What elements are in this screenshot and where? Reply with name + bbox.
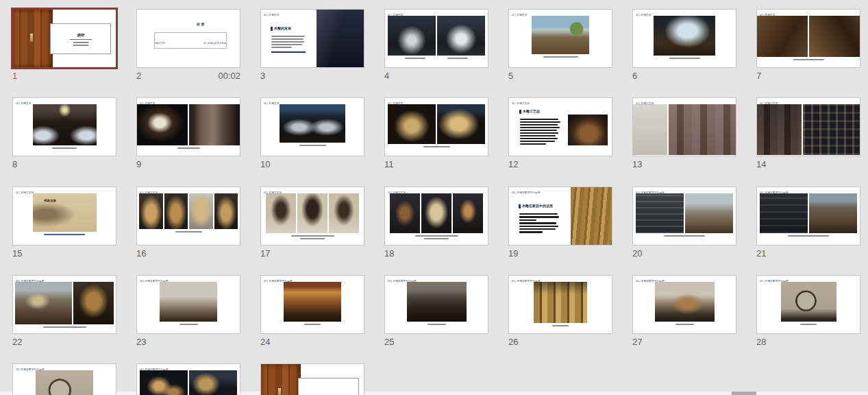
- horizontal-scrollbar[interactable]: [0, 392, 868, 395]
- text-line: [520, 127, 560, 128]
- slide-photo: [189, 193, 213, 229]
- text-line: [519, 231, 543, 232]
- photo-row: [388, 16, 485, 56]
- photo-captions: [509, 56, 612, 58]
- slide-number: 22: [12, 337, 22, 347]
- slide-section-header-text: 01 | 木雕艺术: [760, 13, 776, 16]
- slide-number: 11: [384, 160, 394, 169]
- slide-section-header: 01 | 木雕艺术: [388, 99, 486, 104]
- slide-section-header-text: 03 | 木雕在家居中的运用: [760, 191, 789, 194]
- slide-thumbnail[interactable]: 01 | 木雕艺术: [384, 9, 488, 68]
- slide-thumbnail[interactable]: 02 | 木雕工艺品佛教造像: [12, 187, 116, 246]
- slide-number: 24: [260, 337, 270, 347]
- photo-row: [633, 16, 736, 56]
- caption-line: [291, 235, 334, 237]
- slide-section-header-text: 01 | 木雕艺术: [636, 13, 652, 16]
- slide-thumbnail[interactable]: 01 | 木雕艺术: [632, 9, 736, 68]
- slide-label-row: 7: [756, 71, 860, 81]
- slide-thumbnail[interactable]: 02 | 木雕工艺品木雕工艺品: [508, 97, 612, 156]
- text-line: [520, 121, 560, 123]
- slide-section-header: 02 | 木雕工艺品: [16, 188, 114, 193]
- photo-row: [757, 282, 860, 322]
- slide-thumbnail[interactable]: 03 | 木雕在家居中的运用木雕在家居中的运用: [508, 187, 612, 246]
- caption-line: [52, 147, 77, 149]
- slide-thumbnail[interactable]: [260, 363, 364, 395]
- slide-thumbnail[interactable]: 01 | 木雕艺术: [384, 97, 488, 156]
- slide-thumbnail[interactable]: 02 | 木雕工艺品: [260, 187, 364, 246]
- slide-title-text: 木雕在家居中的运用: [522, 204, 553, 208]
- slide-thumbnail[interactable]: 01 | 木雕艺术: [508, 9, 612, 68]
- slide-thumbnail[interactable]: 03 | 木雕在家居中的运用: [632, 187, 736, 246]
- photo-captions: [13, 234, 116, 235]
- slide-section-header: 01 | 木雕艺术: [264, 10, 362, 16]
- text-line: [520, 141, 555, 142]
- slide-number: 10: [260, 160, 270, 169]
- toc-item[interactable]: 02 | 木雕工艺品: [154, 39, 197, 43]
- slide-number: 27: [632, 337, 642, 347]
- slide-label-row: 3: [260, 71, 364, 81]
- slide-thumbnail[interactable]: 02 | 木雕工艺品: [756, 97, 860, 156]
- slide-thumbnail[interactable]: 02 | 木雕工艺品: [632, 97, 736, 156]
- caption-line: [669, 58, 700, 59]
- slide-label-row: 18: [384, 249, 488, 259]
- slide-photo: [568, 115, 608, 145]
- slide-section-header-text: 03 | 木雕在家居中的运用: [16, 279, 45, 283]
- slide-photo: [140, 370, 188, 395]
- slide-section-header-text: 03 | 木雕在家居中的运用: [636, 191, 665, 194]
- slide-photo: [160, 282, 217, 322]
- caption-line: [415, 235, 458, 237]
- slide-thumbnail[interactable]: 03 | 木雕在家居中的运用: [384, 275, 488, 334]
- slide-thumbnail[interactable]: 01 | 木雕艺术: [136, 97, 240, 156]
- slide-number: 26: [508, 337, 518, 347]
- slide-number: 3: [260, 71, 265, 81]
- slide-thumbnail[interactable]: 01 | 木雕艺术: [756, 9, 860, 68]
- slide-number: 5: [508, 71, 513, 81]
- slide-number: 6: [632, 71, 637, 81]
- slide-thumbnail[interactable]: 01 | 木雕艺术: [12, 97, 116, 156]
- text-line: [271, 44, 302, 45]
- slide-label-row: 13: [632, 160, 736, 169]
- slide-section-header: 03 | 木雕在家居中的运用: [140, 276, 238, 282]
- slide-label-row: 1: [12, 71, 116, 81]
- slide-thumbnail[interactable]: 01 | 木雕艺术木雕的发展: [260, 9, 364, 68]
- slide-thumbnail[interactable]: 03 | 木雕在家居中的运用: [12, 363, 116, 395]
- slide-section-header: 01 | 木雕艺术: [388, 10, 486, 16]
- slide-section-header-text: 01 | 木雕艺术: [388, 13, 404, 16]
- caption-line: [543, 56, 578, 58]
- slide-section-header-text: 01 | 木雕艺术: [140, 101, 156, 105]
- slide-thumbnail[interactable]: 03 | 木雕在家居中的运用: [136, 363, 240, 395]
- slide-thumbnail[interactable]: 03 | 木雕在家居中的运用: [12, 275, 116, 334]
- caption-line: [304, 324, 321, 325]
- slide-section-header-text: 03 | 木雕在家居中的运用: [512, 279, 541, 283]
- slide-section-header-text: 03 | 木雕在家居中的运用: [140, 368, 169, 371]
- slide-photo: [317, 10, 364, 67]
- slide-thumbnail[interactable]: 02 | 木雕工艺品: [136, 187, 240, 246]
- slide-thumbnail[interactable]: 调研: [12, 9, 116, 68]
- slide-thumbnail[interactable]: 目 录01 | 木雕艺术02 | 木雕工艺品03 | 木雕在家居中的运用: [136, 9, 240, 68]
- slide-thumbnail[interactable]: 03 | 木雕在家居中的运用: [632, 275, 736, 334]
- slide-thumbnail[interactable]: 03 | 木雕在家居中的运用: [756, 187, 860, 246]
- slide-photo: [284, 282, 341, 322]
- slide-cell: 03 | 木雕在家居中的运用21: [756, 187, 860, 259]
- toc-item[interactable]: 03 | 木雕在家居中的运用: [203, 39, 227, 43]
- slide-thumbnail[interactable]: 02 | 木雕工艺品: [384, 187, 488, 246]
- slide-thumbnail[interactable]: 03 | 木雕在家居中的运用: [508, 275, 612, 334]
- scrollbar-thumb[interactable]: [732, 392, 756, 395]
- slide-title: 木雕的发展: [271, 26, 308, 36]
- caption-line: [43, 326, 86, 328]
- slide-photo: [164, 193, 188, 229]
- slide-label-row: 17: [260, 249, 364, 259]
- caption-line: [177, 147, 200, 149]
- slide-section-header: 02 | 木雕工艺品: [636, 99, 734, 104]
- caption-line: [788, 235, 829, 237]
- slide-photo: [390, 193, 420, 233]
- slide-thumbnail[interactable]: 03 | 木雕在家居中的运用: [136, 275, 240, 334]
- door-photo: [13, 10, 53, 67]
- slide-thumbnail[interactable]: 01 | 木雕艺术: [260, 97, 364, 156]
- slide-photo: [655, 282, 715, 322]
- slide-thumbnail[interactable]: 03 | 木雕在家居中的运用: [756, 275, 860, 334]
- slide-thumbnail[interactable]: 03 | 木雕在家居中的运用: [260, 275, 364, 334]
- accent-bar: [271, 27, 273, 31]
- photo-row: [757, 104, 860, 155]
- slide-cell: 01 | 木雕艺术6: [632, 9, 736, 81]
